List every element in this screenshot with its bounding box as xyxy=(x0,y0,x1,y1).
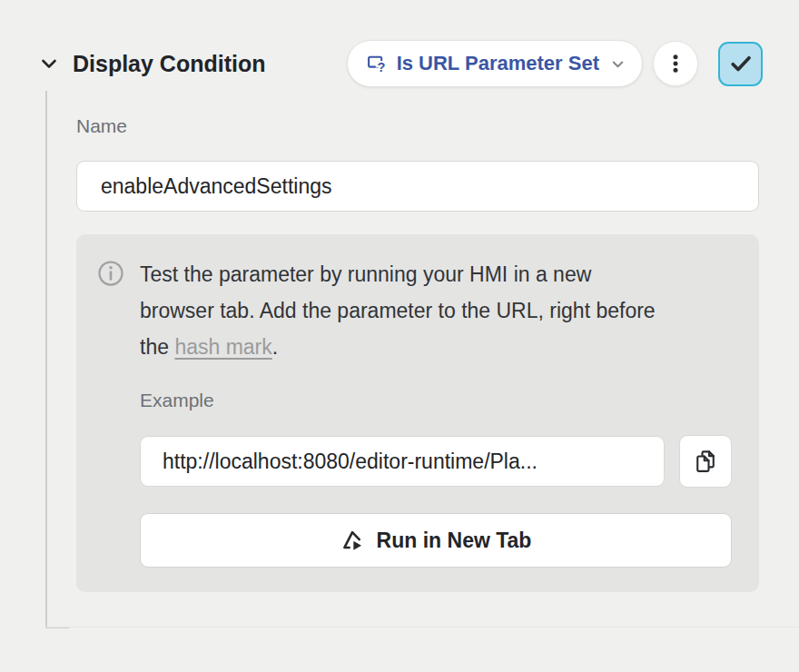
run-icon xyxy=(340,528,366,553)
section-content: Name Test the parameter by running your … xyxy=(76,114,759,592)
svg-text:?: ? xyxy=(377,60,385,74)
info-text: Test the parameter by running your HMI i… xyxy=(140,256,668,365)
chevron-down-icon xyxy=(609,55,626,73)
copy-icon xyxy=(692,448,719,475)
run-in-new-tab-button[interactable]: Run in New Tab xyxy=(140,513,732,568)
condition-enabled-checkbox[interactable] xyxy=(718,42,763,86)
info-text-after-link: . xyxy=(272,335,278,359)
url-parameter-icon: ? xyxy=(366,53,389,75)
name-label: Name xyxy=(76,114,759,138)
run-button-label: Run in New Tab xyxy=(377,529,532,553)
kebab-menu-icon xyxy=(665,53,686,74)
example-url-input[interactable] xyxy=(140,436,665,487)
condition-type-dropdown[interactable]: ? Is URL Parameter Set xyxy=(347,40,643,87)
section-guide-line xyxy=(45,91,69,628)
info-row: Test the parameter by running your HMI i… xyxy=(97,256,732,568)
info-content: Test the parameter by running your HMI i… xyxy=(140,256,732,568)
chevron-down-icon xyxy=(38,53,60,74)
test-parameter-panel: Test the parameter by running your HMI i… xyxy=(76,234,759,592)
checkmark-icon xyxy=(727,50,755,77)
info-icon xyxy=(97,260,124,568)
section-title: Display Condition xyxy=(73,51,266,77)
more-options-button[interactable] xyxy=(653,41,698,86)
name-input[interactable] xyxy=(76,161,759,212)
condition-type-label: Is URL Parameter Set xyxy=(397,52,599,75)
example-url-row xyxy=(140,435,732,488)
section-header: Display Condition ? Is URL Parameter Set xyxy=(36,40,763,87)
copy-url-button[interactable] xyxy=(679,435,732,488)
section-divider xyxy=(45,627,799,628)
example-label: Example xyxy=(140,389,732,412)
collapse-section-button[interactable] xyxy=(36,51,62,76)
hash-mark-link[interactable]: hash mark xyxy=(174,335,271,359)
